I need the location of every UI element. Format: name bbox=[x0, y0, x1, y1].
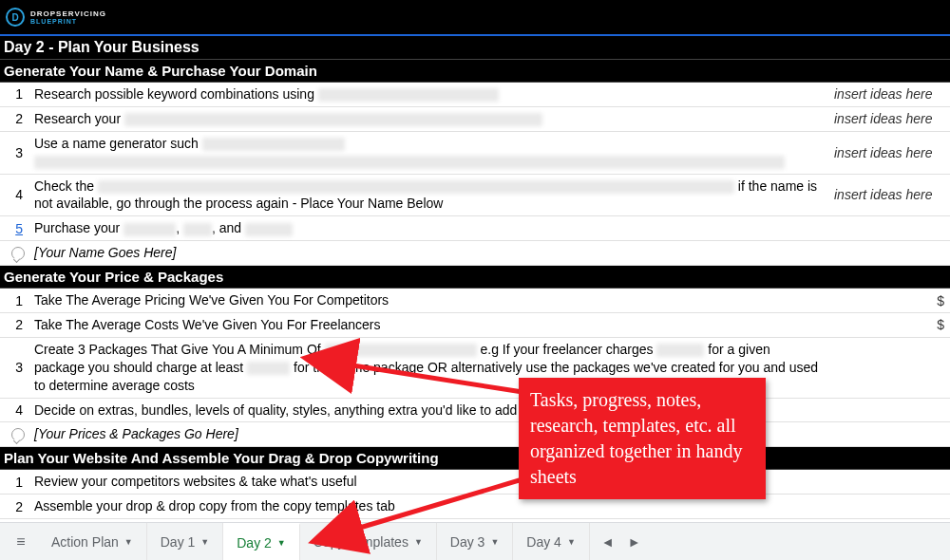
redacted-text bbox=[34, 156, 785, 169]
table-row[interactable]: 1 Take The Average Pricing We've Given Y… bbox=[0, 289, 950, 313]
section3-header: Plan Your Website And Assemble Your Drag… bbox=[0, 447, 950, 470]
row-number: 2 bbox=[0, 496, 28, 517]
chevron-down-icon[interactable]: ▼ bbox=[567, 537, 576, 547]
redacted-text bbox=[124, 113, 542, 126]
row-number: 1 bbox=[0, 290, 28, 311]
row-text: Purchase your , , and bbox=[28, 216, 828, 240]
row-number: 1 bbox=[0, 84, 28, 104]
row-text: Take The Average Pricing We've Given You… bbox=[28, 289, 828, 312]
all-sheets-menu-icon[interactable]: ≡ bbox=[4, 523, 38, 560]
currency-cell[interactable]: $ bbox=[828, 314, 950, 335]
svg-line-0 bbox=[347, 364, 522, 392]
redacted-text bbox=[183, 223, 212, 236]
row-number: 3 bbox=[0, 142, 28, 163]
row-hint[interactable]: insert ideas here bbox=[828, 84, 950, 104]
table-row[interactable]: 4 Check the if the name is not available… bbox=[0, 175, 950, 217]
redacted-text bbox=[98, 180, 734, 194]
arrow-to-tabs bbox=[342, 475, 532, 544]
logo-d-icon: D bbox=[6, 8, 25, 27]
redacted-text bbox=[325, 344, 477, 357]
row-text: Research your bbox=[28, 107, 828, 131]
row-number: 2 bbox=[0, 314, 28, 335]
redacted-text bbox=[318, 88, 499, 102]
section2-header: Generate Your Price & Packages bbox=[0, 266, 950, 289]
tab-action-plan[interactable]: Action Plan▼ bbox=[38, 523, 147, 560]
chevron-down-icon[interactable]: ▼ bbox=[200, 537, 209, 547]
row-text: Research possible keyword combinations u… bbox=[28, 83, 828, 106]
table-row[interactable]: 1 Research possible keyword combinations… bbox=[0, 83, 950, 107]
redacted-text bbox=[202, 138, 345, 151]
table-row[interactable]: [Your Prices & Packages Go Here] bbox=[0, 422, 950, 447]
row-number: 1 bbox=[0, 472, 28, 493]
chevron-down-icon[interactable]: ▼ bbox=[277, 538, 286, 548]
row-hint[interactable] bbox=[828, 226, 950, 232]
row-number: 3 bbox=[0, 357, 28, 378]
redacted-text bbox=[124, 223, 176, 236]
arrow-to-row bbox=[337, 359, 527, 400]
logo-line2: BLUEPRINT bbox=[30, 18, 106, 25]
table-row[interactable]: 2 Take The Average Costs We've Given You… bbox=[0, 313, 950, 338]
placeholder-row[interactable]: [Your Name Goes Here] bbox=[28, 241, 828, 265]
logo: D DROPSERVICING BLUEPRINT bbox=[6, 8, 106, 27]
row-text: Check the if the name is not available, … bbox=[28, 175, 828, 216]
row-number: 2 bbox=[0, 108, 28, 129]
tab-day-1[interactable]: Day 1▼ bbox=[147, 523, 224, 560]
chevron-down-icon[interactable]: ▼ bbox=[124, 537, 133, 547]
annotation-callout: Tasks, progress, notes, research, templa… bbox=[519, 378, 766, 499]
table-row[interactable]: 4 Decide on extras, bundles, levels of q… bbox=[0, 399, 950, 423]
svg-line-1 bbox=[353, 479, 522, 530]
row-text: Take The Average Costs We've Given You F… bbox=[28, 313, 828, 337]
comment-icon[interactable] bbox=[0, 423, 28, 445]
row-hint[interactable]: insert ideas here bbox=[828, 184, 950, 205]
row-number: 4 bbox=[0, 184, 28, 205]
row-number: 4 bbox=[0, 400, 28, 420]
table-row[interactable]: 3 Use a name generator such insert ideas… bbox=[0, 132, 950, 175]
tab-scroll-right-icon[interactable]: ► bbox=[628, 534, 641, 550]
row-number-link[interactable]: 5 bbox=[0, 218, 28, 239]
logo-line1: DROPSERVICING bbox=[30, 10, 106, 18]
top-bar: D DROPSERVICING BLUEPRINT bbox=[0, 0, 950, 36]
redacted-text bbox=[656, 344, 704, 357]
row-text: Use a name generator such bbox=[28, 132, 828, 174]
row-hint[interactable]: insert ideas here bbox=[828, 142, 950, 163]
table-row[interactable]: 2 Research your insert ideas here bbox=[0, 107, 950, 132]
table-row[interactable]: 5 Purchase your , , and bbox=[0, 216, 950, 241]
row-hint[interactable]: insert ideas here bbox=[828, 108, 950, 129]
redacted-text bbox=[247, 362, 290, 375]
redacted-text bbox=[245, 223, 293, 236]
currency-cell[interactable]: $ bbox=[828, 290, 950, 311]
tab-day-2[interactable]: Day 2▼ bbox=[223, 523, 300, 560]
tab-scroll-left-icon[interactable]: ◄ bbox=[601, 534, 615, 550]
day-header: Day 2 - Plan Your Business bbox=[0, 36, 950, 60]
section1-header: Generate Your Name & Purchase Your Domai… bbox=[0, 60, 950, 83]
table-row[interactable]: [Your Name Goes Here] bbox=[0, 241, 950, 266]
comment-icon[interactable] bbox=[0, 242, 28, 264]
